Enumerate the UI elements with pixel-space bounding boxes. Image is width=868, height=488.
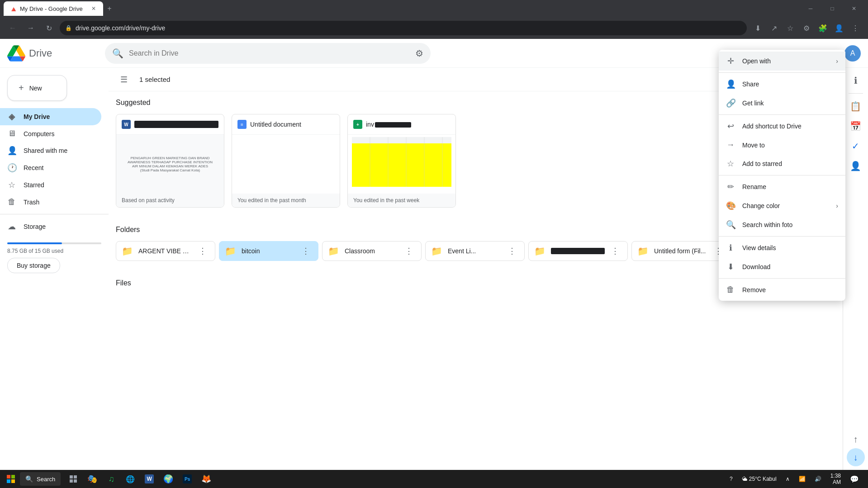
folder-more-classroom[interactable]: ⋮ [404, 245, 414, 257]
taskbar-search[interactable]: 🔍 Search [20, 472, 61, 486]
storage-text: 8.75 GB of 15 GB used [7, 248, 101, 254]
right-panel: ℹ 📋 📅 ✓ 👤 ↑ ↓ › [843, 68, 868, 488]
suggested-file-3[interactable]: + inv [347, 114, 456, 208]
context-menu-view-details[interactable]: ℹ View details [719, 238, 845, 257]
taskbar-app-task-view[interactable] [64, 471, 82, 487]
gsuite-button[interactable]: 📋 [847, 97, 865, 115]
search-icon: 🔍 [112, 48, 123, 59]
svg-rect-5 [352, 160, 451, 165]
folder-event[interactable]: 📁 Event Li... ⋮ [425, 241, 525, 261]
profile-icon[interactable]: 👤 [832, 21, 846, 35]
folder-more-argent[interactable]: ⋮ [198, 245, 208, 257]
taskbar-app-word[interactable]: W [140, 471, 158, 487]
sidebar-item-trash[interactable]: 🗑 Trash [0, 194, 101, 210]
expand-button[interactable]: ↑ [847, 430, 865, 448]
new-tab-button[interactable]: + [103, 2, 116, 15]
address-bar[interactable]: 🔒 drive.google.com/drive/my-drive [60, 21, 747, 35]
folder-name-redacted [551, 248, 605, 254]
right-panel-divider [849, 93, 863, 94]
folder-bitcoin[interactable]: 📁 bitcoin ⋮ [219, 241, 318, 261]
buy-storage-button[interactable]: Buy storage [7, 258, 60, 273]
search-within-icon: 🔍 [726, 220, 735, 230]
context-menu-get-link[interactable]: 🔗 Get link [719, 94, 845, 113]
info-panel-button[interactable]: ℹ [847, 71, 865, 90]
taskbar-volume-icon[interactable]: 🔊 [811, 471, 825, 487]
sidebar-item-starred[interactable]: ☆ Starred [0, 176, 101, 194]
sidebar-divider [0, 214, 109, 214]
selected-count: 1 selected [139, 76, 170, 83]
minimize-button[interactable]: ─ [800, 0, 821, 17]
taskbar-question-icon[interactable]: ? [726, 471, 736, 487]
settings-icon[interactable]: ⚙ [799, 21, 814, 35]
open-with-arrow-icon: › [836, 57, 838, 65]
sidebar-item-computers[interactable]: 🖥 Computers [0, 125, 101, 142]
suggested-file-1[interactable]: W PENGARUH GREEN MARKETING DAN BRANDAWAR… [116, 114, 224, 208]
suggested-file-2[interactable]: ≡ Untitled document You edited in the pa… [232, 114, 340, 208]
search-filter-icon[interactable]: ⚙ [415, 48, 423, 59]
context-menu-change-color[interactable]: 🎨 Change color › [719, 196, 845, 215]
back-button[interactable]: ← [5, 21, 20, 35]
svg-rect-18 [11, 479, 15, 483]
context-menu-move-to[interactable]: → Move to [719, 136, 845, 154]
search-input[interactable] [129, 49, 410, 57]
taskbar-app-spotify[interactable]: ♫ [102, 471, 120, 487]
context-menu-add-shortcut[interactable]: ↩ Add shortcut to Drive [719, 117, 845, 136]
taskbar-weather[interactable]: 🌥 25°C Kabul [738, 471, 780, 487]
folder-redacted[interactable]: 📁 ⋮ [528, 241, 628, 261]
reload-button[interactable]: ↻ [42, 21, 56, 35]
folder-icon-untitled: 📁 [637, 246, 649, 256]
folder-more-event[interactable]: ⋮ [507, 245, 517, 257]
taskbar-clock[interactable]: 1:38 AM [827, 473, 844, 485]
folder-classroom[interactable]: 📁 Classroom ⋮ [322, 241, 422, 261]
new-button[interactable]: + New [7, 75, 67, 101]
maximize-button[interactable]: □ [822, 0, 843, 17]
context-menu[interactable]: ✛ Open with › 👤 Share 🔗 Get link ↩ Add s… [719, 50, 845, 301]
taskbar-network-icon[interactable]: 📶 [795, 471, 809, 487]
sidebar-item-shared[interactable]: 👤 Shared with me [0, 142, 101, 159]
folder-more-redacted[interactable]: ⋮ [610, 245, 620, 257]
context-menu-search-within[interactable]: 🔍 Search within foto [719, 215, 845, 234]
taskbar-app-edge[interactable]: 🌍 [159, 471, 177, 487]
context-menu-open-with[interactable]: ✛ Open with › [719, 52, 845, 71]
tasks-button[interactable]: ✓ [847, 137, 865, 155]
taskbar-app-emoji[interactable]: 🎭 [83, 471, 101, 487]
contacts-button[interactable]: 👤 [847, 157, 865, 175]
context-menu-add-starred[interactable]: ☆ Add to starred [719, 154, 845, 173]
svg-rect-7 [352, 171, 451, 176]
context-menu-download[interactable]: ⬇ Download [719, 257, 845, 276]
sidebar-item-storage[interactable]: ☁ Storage [0, 218, 101, 235]
folder-name-untitled: Untitled form (Fil... [654, 247, 708, 255]
folder-untitled[interactable]: 📁 Untitled form (Fil... ⋮ [631, 241, 731, 261]
change-color-icon: 🎨 [726, 201, 735, 211]
context-menu-share[interactable]: 👤 Share [719, 75, 845, 94]
folder-argent[interactable]: 📁 ARGENT VIBE W... ⋮ [116, 241, 215, 261]
bookmark-icon[interactable]: ☆ [783, 21, 797, 35]
menu-icon[interactable]: ⋮ [848, 21, 863, 35]
calendar-button[interactable]: 📅 [847, 117, 865, 135]
taskbar-app-photoshop[interactable]: Ps [178, 471, 196, 487]
taskbar-app-firefox[interactable]: 🦊 [197, 471, 215, 487]
avatar[interactable]: A [844, 45, 861, 62]
folder-more-bitcoin[interactable]: ⋮ [301, 245, 311, 257]
taskbar-notification-icon[interactable]: 💬 [846, 471, 863, 487]
taskbar-app-chrome[interactable]: 🌐 [121, 471, 139, 487]
context-menu-rename[interactable]: ✏ Rename [719, 177, 845, 196]
context-menu-remove[interactable]: 🗑 Remove [719, 280, 845, 299]
download-icon[interactable]: ⬇ [750, 21, 765, 35]
context-menu-divider-2 [719, 114, 845, 115]
extension-icon[interactable]: 🧩 [816, 21, 830, 35]
forward-button[interactable]: → [24, 21, 38, 35]
sidebar-item-my-drive[interactable]: ◈ My Drive [0, 108, 101, 125]
start-button[interactable] [2, 471, 20, 487]
close-button[interactable]: ✕ [844, 0, 864, 17]
scroll-down-button[interactable]: ↓ [847, 448, 865, 466]
sidebar-item-recent[interactable]: 🕐 Recent [0, 159, 101, 176]
search-bar[interactable]: 🔍 ⚙ [105, 43, 431, 64]
file-card-header-1: W [116, 114, 224, 135]
taskbar-hidden-icons[interactable]: ∧ [782, 471, 793, 487]
share-page-icon[interactable]: ↗ [767, 21, 781, 35]
rename-icon: ✏ [726, 182, 735, 192]
tab-close-button[interactable]: ✕ [90, 5, 98, 13]
active-tab[interactable]: 🔺 My Drive - Google Drive ✕ [4, 1, 103, 16]
toggle-sidebar-button[interactable]: ☰ [116, 71, 132, 88]
